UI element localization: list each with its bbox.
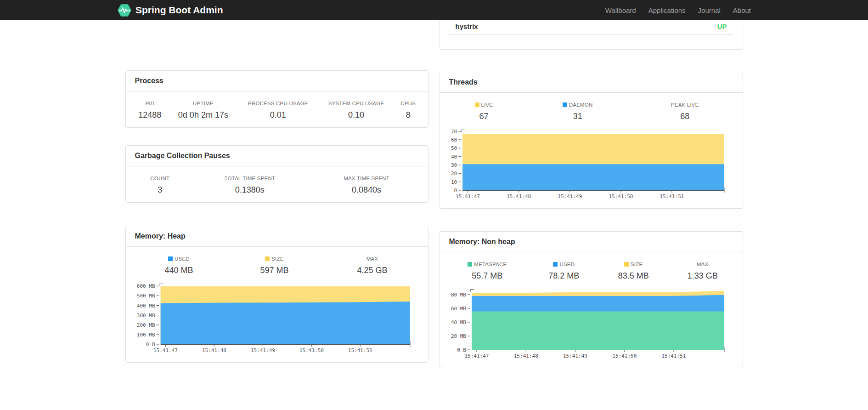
svg-text:15:41:51: 15:41:51: [348, 347, 372, 353]
svg-text:0 B: 0 B: [146, 342, 155, 347]
heap-used-legend-swatch: [168, 256, 173, 261]
svg-text:15:41:47: 15:41:47: [464, 353, 489, 359]
stat-gc-count: COUNT 3: [131, 173, 189, 198]
brand-link[interactable]: Spring Boot Admin: [117, 3, 223, 17]
stat-gc-max-time: MAX TIME SPENT 0.0840s: [311, 173, 423, 198]
svg-text:15:41:49: 15:41:49: [563, 353, 587, 359]
svg-text:0: 0: [454, 188, 457, 194]
stat-nonheap-used: USED 78.2 MB: [529, 259, 598, 284]
stat-gc-total-time: TOTAL TIME SPENT 0.1380s: [189, 173, 310, 198]
svg-text:40 MB: 40 MB: [451, 319, 466, 325]
svg-text:300 MB: 300 MB: [136, 313, 155, 319]
process-stats: PID 12488 UPTIME 0d 0h 2m 17s PROCESS CP…: [126, 91, 428, 127]
svg-text:30: 30: [451, 162, 457, 168]
svg-text:15:41:50: 15:41:50: [609, 194, 633, 199]
threads-chart: 01020304050607015:41:4715:41:4815:41:491…: [440, 129, 743, 208]
process-card-title: Process: [126, 71, 428, 91]
stat-heap-size: SIZE 597 MB: [226, 253, 322, 278]
nonheap-used-legend-swatch: [553, 262, 558, 267]
spring-boot-admin-logo-icon: [117, 3, 132, 17]
svg-text:15:41:48: 15:41:48: [513, 353, 538, 359]
stat-threads-daemon: DAEMON 31: [522, 99, 633, 124]
stat-uptime: UPTIME 0d 0h 2m 17s: [169, 98, 237, 123]
nav-link-journal[interactable]: Journal: [698, 6, 721, 14]
stat-cpus: CPUS 8: [394, 98, 423, 123]
brand-title: Spring Boot Admin: [135, 5, 223, 16]
svg-text:100 MB: 100 MB: [136, 332, 155, 338]
stat-nonheap-metaspace: METASPACE 55.7 MB: [445, 259, 530, 284]
threads-live-legend-swatch: [475, 102, 479, 107]
threads-stats: LIVE 67 DAEMON 31 PEAK LIVE 68: [440, 93, 743, 129]
svg-text:400 MB: 400 MB: [136, 303, 155, 309]
svg-text:15:41:49: 15:41:49: [558, 194, 582, 199]
svg-text:15:41:48: 15:41:48: [202, 347, 226, 353]
service-status-row: hystrix UP: [449, 20, 733, 35]
svg-text:40: 40: [451, 154, 457, 160]
memory-heap-chart: 0 B100 MB200 MB300 MB400 MB500 MB600 MB1…: [126, 283, 428, 362]
gc-card-title: Garbage Collection Pauses: [126, 146, 428, 166]
stat-nonheap-size: SIZE 83.5 MB: [598, 259, 668, 284]
nav-links: Wallboard Applications Journal About: [605, 6, 751, 14]
threads-card: Threads LIVE 67 DAEMON 31: [440, 72, 743, 209]
svg-text:20 MB: 20 MB: [451, 333, 466, 339]
gc-stats: COUNT 3 TOTAL TIME SPENT 0.1380s MAX TIM…: [126, 166, 428, 202]
svg-text:10: 10: [451, 179, 457, 185]
nonheap-metaspace-legend-swatch: [468, 262, 472, 267]
svg-text:20: 20: [451, 171, 457, 177]
process-card: Process PID 12488 UPTIME 0d 0h 2m 17s PR…: [125, 70, 428, 128]
stat-heap-used: USED 440 MB: [131, 253, 227, 278]
service-status-card: hystrix UP: [440, 20, 743, 50]
stat-threads-live: LIVE 67: [445, 99, 523, 124]
nav-link-about[interactable]: About: [733, 6, 751, 14]
memory-nonheap-card: Memory: Non heap METASPACE 55.7 MB USED …: [440, 231, 743, 368]
svg-text:15:41:51: 15:41:51: [659, 194, 684, 199]
svg-text:70: 70: [451, 130, 457, 135]
svg-text:15:41:47: 15:41:47: [456, 194, 480, 199]
svg-text:15:41:47: 15:41:47: [153, 347, 178, 353]
svg-text:80 MB: 80 MB: [451, 292, 466, 298]
nav-link-wallboard[interactable]: Wallboard: [605, 6, 636, 14]
service-name: hystrix: [456, 23, 478, 30]
status-badge: UP: [717, 23, 727, 30]
svg-text:60: 60: [451, 137, 457, 143]
svg-text:50: 50: [451, 145, 457, 151]
svg-text:15:41:49: 15:41:49: [250, 347, 275, 353]
content: Process PID 12488 UPTIME 0d 0h 2m 17s PR…: [125, 20, 743, 368]
memory-nonheap-stats: METASPACE 55.7 MB USED 78.2 MB SIZE: [440, 252, 743, 288]
gc-pauses-card: Garbage Collection Pauses COUNT 3 TOTAL …: [125, 145, 428, 203]
stat-nonheap-max: MAX 1.33 GB: [668, 259, 737, 284]
svg-text:500 MB: 500 MB: [136, 293, 155, 299]
memory-heap-card: Memory: Heap USED 440 MB SIZE 597 MB: [125, 226, 428, 363]
navbar: Spring Boot Admin Wallboard Applications…: [0, 0, 868, 20]
stat-system-cpu-usage: SYSTEM CPU USAGE 0.10: [318, 98, 394, 123]
stat-process-cpu-usage: PROCESS CPU USAGE 0.01: [238, 98, 319, 123]
memory-nonheap-chart: 0 B20 MB40 MB60 MB80 MB15:41:4715:41:481…: [440, 288, 743, 368]
svg-text:15:41:50: 15:41:50: [612, 353, 637, 359]
nav-link-applications[interactable]: Applications: [648, 6, 686, 14]
threads-daemon-legend-swatch: [563, 102, 567, 107]
svg-text:60 MB: 60 MB: [451, 306, 466, 312]
memory-heap-stats: USED 440 MB SIZE 597 MB MAX 4.25 GB: [126, 247, 428, 283]
stat-heap-max: MAX 4.25 GB: [322, 253, 422, 278]
svg-text:15:41:48: 15:41:48: [507, 194, 531, 199]
threads-card-title: Threads: [440, 72, 743, 93]
svg-text:15:41:51: 15:41:51: [661, 353, 686, 359]
memory-nonheap-card-title: Memory: Non heap: [440, 232, 743, 252]
svg-text:600 MB: 600 MB: [136, 284, 155, 289]
svg-text:0 B: 0 B: [457, 347, 466, 353]
stat-pid: PID 12488: [131, 98, 169, 123]
svg-text:15:41:50: 15:41:50: [299, 347, 323, 353]
svg-text:200 MB: 200 MB: [136, 322, 155, 328]
heap-size-legend-swatch: [265, 256, 270, 261]
stat-threads-peak-live: PEAK LIVE 68: [633, 99, 737, 124]
nonheap-size-legend-swatch: [624, 262, 629, 267]
memory-heap-card-title: Memory: Heap: [126, 226, 428, 247]
